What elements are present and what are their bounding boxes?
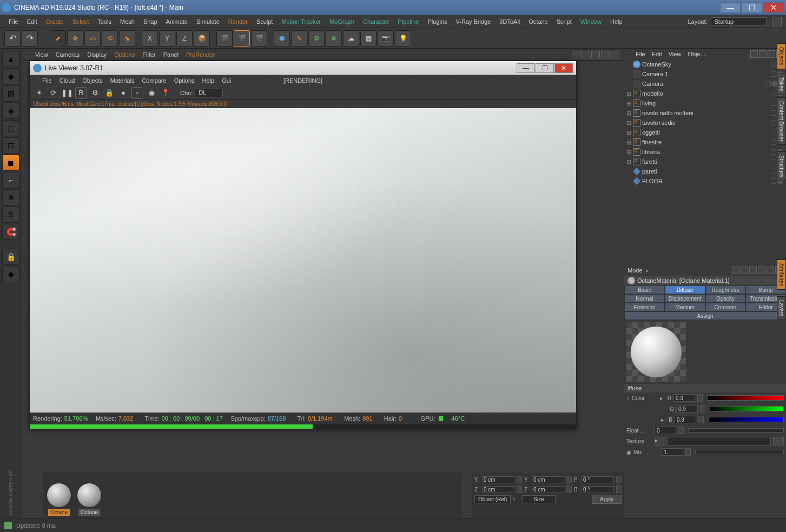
edge-mode-button[interactable]: ◳ [2,137,19,154]
grip-icon[interactable]: ⋮⋮ [33,78,38,84]
lv-lock-button[interactable]: 🔒 [103,87,115,99]
blue-slider[interactable] [708,417,784,422]
spinner-icon[interactable] [566,486,572,493]
tree-row[interactable]: Camera.1 [624,69,786,79]
tree-row[interactable]: pareti [624,167,786,176]
coord-size-dropdown[interactable]: Size [522,495,555,503]
undo-button[interactable]: ↶ [4,30,21,46]
attr-tab-normal[interactable]: Normal [624,294,665,303]
menu-animate[interactable]: Animate [162,18,192,25]
axis-z-button[interactable]: Z [176,30,193,46]
lv-minimize-button[interactable]: — [517,63,535,73]
lv-pin-button[interactable]: 📍 [160,87,171,99]
vis-dot[interactable] [771,120,776,125]
menu-3dtoall[interactable]: 3DToAll [495,18,524,25]
workplane-button[interactable]: ◈ [2,103,19,119]
lv-menu-options[interactable]: Options [170,77,199,84]
menu-pipeline[interactable]: Pipeline [393,18,423,25]
chevron-right-icon[interactable]: ▸ [646,267,649,274]
vp-nav-icon[interactable] [601,51,610,58]
deformer-button[interactable]: ❋ [326,30,342,46]
lv-menu-compare[interactable]: Compare [138,77,170,84]
attr-tab-opacity[interactable]: Opacity [705,294,746,303]
lv-focus-button[interactable]: ◉ [146,87,157,99]
menu-script[interactable]: Script [552,18,576,25]
attr-tab-assign[interactable]: Assign [624,311,786,320]
lv-start-button[interactable]: ✶ [33,87,45,99]
material-swatch[interactable]: Octane [45,483,72,516]
tree-row[interactable]: ⊞tavolo+sedie [624,118,786,128]
menu-mograph[interactable]: MoGraph [325,18,359,25]
menu-help[interactable]: Help [606,18,627,25]
lasso-tool[interactable]: ⬊ [119,30,135,46]
texture-picker-button[interactable]: ▸ [655,437,665,445]
red-slider[interactable] [707,395,784,401]
tree-row[interactable]: ⊞tavolo rialto molteni [624,108,786,118]
lv-maximize-button[interactable]: ☐ [536,63,554,73]
render-view-button[interactable]: 🎬 [234,30,250,46]
obj-menu-edit[interactable]: Edit [649,51,665,57]
radio-icon[interactable]: ◉ [626,449,631,455]
environment-button[interactable]: ☁ [343,30,359,46]
light-button[interactable]: 💡 [395,30,411,46]
vp-menu-cameras[interactable]: Cameras [52,51,84,58]
texture-mode-button[interactable]: ▨ [2,85,19,102]
pen-tool[interactable]: ✎ [291,30,307,46]
expand-icon[interactable]: ⊞ [626,139,633,146]
tree-row[interactable]: FLOOR [624,176,786,186]
vis-dot[interactable] [771,130,776,135]
scale-tool[interactable]: ▭ [84,30,101,46]
texture-browse-button[interactable]: … [773,437,784,445]
spinner-icon[interactable] [616,486,622,493]
menu-window[interactable]: Window [576,18,606,25]
vis-dot[interactable] [771,71,776,77]
attr-tab-basic[interactable]: Basic [624,285,665,294]
vis-dot[interactable] [771,101,776,106]
lv-menu-materials[interactable]: Materials [107,77,138,84]
close-button[interactable]: ✕ [763,2,784,13]
menu-file[interactable]: File [4,18,23,25]
attr-tab-medium[interactable]: Medium [665,303,705,311]
vp-menu-filter[interactable]: Filter [138,51,159,58]
coord-p-field[interactable] [582,476,614,483]
grip-icon[interactable]: ⋮⋮ [26,51,31,57]
menu-simulate[interactable]: Simulate [192,18,224,25]
vis-dot[interactable] [771,178,776,184]
lv-menu-file[interactable]: File [38,77,56,84]
vtab-takes[interactable]: Takes [777,74,786,95]
grip-icon[interactable]: ⋮⋮ [626,51,632,57]
vis-dot[interactable] [771,110,776,116]
expand-icon[interactable]: ⊞ [626,129,633,136]
floor-button[interactable]: ▦ [360,30,377,46]
vis-dot[interactable] [771,149,776,155]
vp-nav-icon[interactable] [591,51,600,58]
lv-titlebar[interactable]: Live Viewer 3.07-R1 — ☐ ✕ [30,61,576,75]
vis-dot[interactable] [765,81,771,87]
r-field[interactable] [673,394,695,402]
panel-icon[interactable] [750,50,758,58]
polygon-mode-button[interactable]: ◼ [2,155,19,171]
menu-octane[interactable]: Octane [524,18,552,25]
vp-nav-icon[interactable] [611,51,619,58]
vis-dot[interactable] [771,169,776,174]
lock-icon[interactable] [767,267,774,274]
spinner-icon[interactable] [517,476,522,483]
texture-field[interactable] [668,437,771,445]
layout-dropdown[interactable]: Startup [711,17,767,26]
menu-mesh[interactable]: Mesh [116,18,139,25]
lv-region-button[interactable]: R [75,87,87,99]
spinner-icon[interactable] [700,405,705,413]
coord-z-field[interactable] [482,486,514,493]
vp-menu-panel[interactable]: Panel [160,51,182,58]
object-tree[interactable]: OctaneSkyCamera.1Camera⊞modello⊞living⊞t… [624,59,786,265]
vp-menu-options[interactable]: Options [110,51,138,58]
grip-icon[interactable]: ⋮⋮ [43,35,49,41]
search-icon[interactable] [772,17,782,26]
vis-dot[interactable] [771,159,776,164]
attr-tab-diffuse[interactable]: Diffuse [665,285,705,294]
coord-b-field[interactable] [582,486,614,493]
expand-icon[interactable]: ⊞ [626,110,633,117]
float-field[interactable] [655,427,676,434]
coord-system-button[interactable]: 📦 [194,30,210,46]
lv-menu-help[interactable]: Help [199,77,219,84]
